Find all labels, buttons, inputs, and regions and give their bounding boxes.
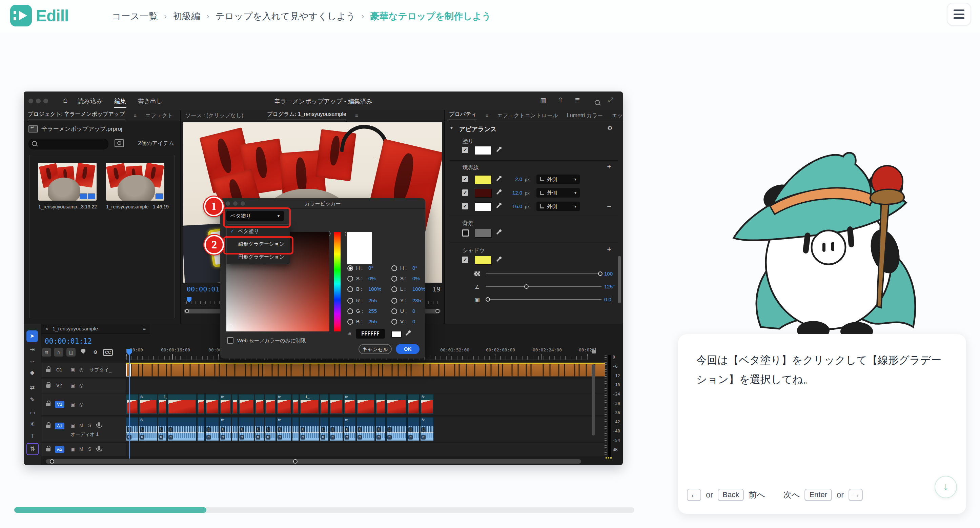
sync-lock-icon[interactable]: ▣ [70,423,75,428]
breadcrumb-item[interactable]: コース一覧 [112,10,158,22]
playhead-marker-icon[interactable] [187,297,191,303]
subtitle-clip[interactable] [246,363,251,377]
audio-clip[interactable]: LR [205,417,219,441]
subtitle-clip[interactable] [251,363,258,377]
back-key[interactable]: Back [718,489,744,501]
video-clip[interactable] [407,394,420,415]
track-lock-icon[interactable] [46,425,51,428]
sync-lock-icon[interactable]: ▣ [70,383,75,388]
checkbox-checked-icon[interactable]: ✓ [462,147,468,153]
radio-icon[interactable] [391,266,397,271]
video-clip[interactable] [356,394,375,415]
track-select-tool[interactable]: ⇥ [24,346,41,353]
radio-icon[interactable] [391,286,397,292]
radio-icon[interactable] [347,319,353,324]
checkbox-checked-icon[interactable]: ✓ [462,176,468,182]
remix-tool[interactable]: ⇅ [26,443,39,455]
radio-icon[interactable] [347,298,353,304]
subtitle-clip[interactable] [379,363,382,377]
eyedropper-icon[interactable] [496,176,501,182]
video-clip[interactable]: fx [139,394,157,415]
voiceover-mic-icon[interactable] [98,446,100,450]
close-icon[interactable]: × [45,326,48,331]
radio-icon[interactable] [391,276,397,281]
video-clip[interactable] [265,394,276,415]
panel-menu-icon[interactable]: ≡ [485,113,488,118]
search-icon[interactable] [592,97,597,105]
radio-icon[interactable] [347,266,353,271]
search-input[interactable] [29,138,108,149]
subtitle-clip[interactable] [455,363,459,377]
subtitle-clip[interactable] [492,363,498,377]
track-lock-icon[interactable] [46,448,51,452]
audio-clip[interactable]: LR [329,417,343,441]
stroke-color-swatch[interactable] [475,175,492,184]
track-lock-icon[interactable] [46,403,51,406]
tab-effects[interactable]: エフェクト [145,112,173,119]
timeline-settings-icon[interactable]: ⚙ [91,348,100,356]
sync-lock-icon[interactable]: ▣ [70,402,75,407]
subtitle-clip[interactable] [287,363,291,377]
panel-menu-icon[interactable]: ≡ [355,113,358,118]
pen-tool[interactable]: ✎ [24,396,41,403]
radio-icon[interactable] [391,309,397,314]
audio-clip[interactable]: fxLR [220,417,231,441]
track-visibility-icon[interactable]: ◎ [79,402,83,407]
subtitle-clip[interactable] [575,363,579,377]
subtitle-clip[interactable] [184,363,190,377]
timeline-playhead[interactable] [129,355,130,458]
scrollbar-handle[interactable] [293,459,298,464]
websafe-checkbox[interactable] [227,337,234,344]
panel-scrollbar[interactable] [618,256,621,303]
subtitle-clip[interactable] [172,363,183,377]
checkbox-checked-icon[interactable]: ✓ [462,189,468,196]
subtitle-clip[interactable] [595,363,605,377]
video-clip[interactable] [239,394,254,415]
subtitle-clip[interactable] [439,363,444,377]
marker-shield-icon[interactable] [79,348,88,356]
cancel-button[interactable]: キャンセル [358,344,392,354]
subtitle-clip[interactable] [199,363,204,377]
subtitle-clip[interactable] [291,363,303,377]
subtitle-clip[interactable] [486,363,491,377]
hand-tool[interactable]: ✳ [24,421,41,428]
subtitle-clip[interactable] [565,363,574,377]
mute-button[interactable]: M [79,423,83,428]
video-clip[interactable] [197,394,205,415]
audio-clip[interactable] [197,417,205,441]
value-number[interactable]: 100% [368,286,381,292]
radio-icon[interactable] [347,276,353,281]
video-clip[interactable] [255,394,264,415]
slip-tool[interactable]: ⇄ [24,384,41,391]
eyedropper-icon[interactable] [496,256,501,262]
subtitle-clip[interactable] [220,363,226,377]
right-arrow-key[interactable]: → [848,489,863,501]
tab-program[interactable]: プログラム: 1_rensyuyousample [267,111,346,120]
subtitle-clip[interactable] [383,363,392,377]
subtitle-clip[interactable] [399,363,406,377]
video-clip[interactable]: 1_... [158,394,167,415]
audio-clip[interactable]: LR [407,417,420,441]
track-source-chip[interactable]: A1 [55,423,64,429]
next-label[interactable]: 次へ [783,489,800,500]
angle-slider[interactable] [486,286,601,287]
minus-icon[interactable]: − [607,202,611,211]
stroke-width-value[interactable]: 12.0 [505,190,522,196]
audio-clip[interactable]: LR [386,417,407,441]
linked-selection-icon[interactable]: ◫ [67,348,76,356]
hex-input[interactable]: FFFFFF [356,329,385,339]
subtitle-clip[interactable] [550,363,558,377]
plus-icon[interactable]: + [607,162,611,171]
share-icon[interactable]: ⇧ [558,96,563,104]
tab-essential-truncated[interactable]: エッ [612,112,623,119]
track-lock-icon[interactable] [46,369,51,372]
video-clip[interactable]: fx [220,394,231,415]
left-arrow-key[interactable]: ← [687,489,701,501]
subtitle-clip[interactable] [527,363,531,377]
subtitle-clip[interactable] [126,363,131,377]
plus-icon[interactable]: + [607,245,611,254]
list-icon[interactable]: ≣ [575,96,580,104]
timeline-timecode[interactable]: 00:00:01:12 [45,337,92,345]
video-clip[interactable] [386,394,407,415]
value-number[interactable]: 255 [368,297,377,303]
